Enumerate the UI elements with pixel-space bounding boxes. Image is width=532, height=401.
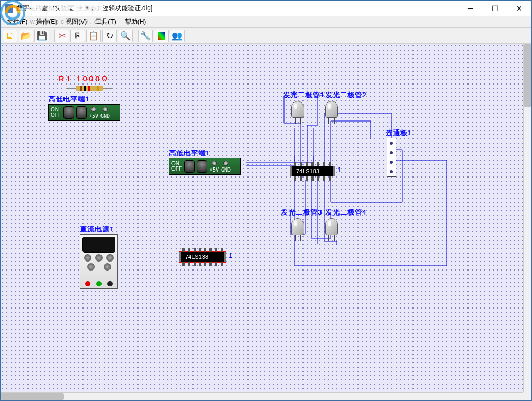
menu-view[interactable]: 视图(V) [61,16,91,27]
new-button[interactable]: 🗎 [3,30,17,42]
level1-toggle2[interactable] [76,106,87,119]
level1-toggle[interactable] [63,106,74,119]
chip1-label: 74LS183 [296,168,319,174]
level2-pin-gnd[interactable] [223,161,228,166]
led2-label: 发光二极管2 [325,90,366,100]
level2-label: 高低电平端1 [169,148,241,158]
paste-icon: 📋 [88,31,99,41]
cut-button[interactable]: ✂ [54,30,69,42]
psu-knob[interactable] [104,263,111,271]
level1-pin-5v[interactable] [91,107,96,112]
level-terminal-1[interactable]: 高低电平端1 ONOFF +5V GND [48,95,120,121]
chip2-index: 1 [228,252,232,259]
connector-pin[interactable] [390,151,393,154]
window-title: 数字电路虚拟实验室 [全加器的逻辑功能验证.dig] [16,4,458,13]
connector-board-1[interactable]: 连通板1 [387,128,412,177]
palette-icon [158,32,165,40]
led-2-label-wrap: 发光二极管2 [325,90,366,100]
led-bulb-icon [325,101,338,118]
find-button[interactable]: 🔍 [118,30,133,42]
vertical-scrollbar[interactable] [523,44,531,392]
copy-button[interactable]: ⎘ [70,30,85,42]
save-button[interactable]: 💾 [34,30,49,42]
level1-pin-gnd[interactable] [103,107,108,112]
app-window: 数字电路虚拟实验室 [全加器的逻辑功能验证.dig] ─ ☐ ✕ 河东软件园 w… [0,0,532,401]
psu-terminal-gnd[interactable] [96,281,102,286]
chip1-index: 1 [337,166,341,174]
app-icon [5,4,13,13]
led-4-label-wrap: 发光二极管4 [325,208,366,217]
connector-body[interactable] [387,138,396,177]
led-bulb-icon [291,101,304,118]
led-4-body[interactable] [324,218,339,241]
find-icon: 🔍 [120,31,131,41]
led-bulb-icon [325,218,338,235]
psu-knob[interactable] [106,254,114,262]
chip2-label: 74LS138 [185,254,208,260]
led-2-body[interactable] [324,101,339,124]
dc-power-supply-1[interactable]: 直流电源1 [80,225,118,289]
psu-terminal-pos[interactable] [85,281,90,286]
level1-label: 高低电平端1 [48,95,120,104]
led-3-label-wrap: 发光二极管3 [281,208,322,217]
hscroll-thumb[interactable] [1,393,64,400]
resistor-body [76,86,103,91]
paste-button[interactable]: 📋 [86,30,101,42]
chip-74ls183[interactable]: 74LS183 1 [290,166,335,176]
resistor-label: R1 1000Ω [59,74,109,83]
open-button[interactable]: 📂 [19,30,33,42]
level1-box[interactable]: ONOFF +5V GND [48,104,120,121]
led1-label: 发光二极管1 [283,90,324,100]
psu-screen [82,237,115,253]
menu-help[interactable]: 帮助(H) [121,16,151,27]
maximize-button[interactable]: ☐ [483,1,507,16]
toolbar: 🗎 📂 💾 ✂ ⎘ 📋 ↻ 🔍 🔧 👥 [1,28,531,44]
led-1[interactable]: 发光二极管1 [281,90,324,100]
resistor-r1[interactable]: R1 1000Ω [59,74,109,92]
horizontal-scrollbar[interactable] [1,392,523,400]
menu-file[interactable]: 文件(F) [3,16,32,27]
palette-button[interactable] [154,30,169,42]
settings-icon: 🔧 [140,31,151,41]
psu-knob[interactable] [87,263,95,271]
open-folder-icon: 📂 [21,31,31,41]
copy-icon: ⎘ [75,31,80,41]
level2-box[interactable]: ONOFF +5V GND [169,158,241,175]
level2-toggle2[interactable] [197,160,207,173]
new-doc-icon: 🗎 [6,31,14,41]
psu-body[interactable] [80,234,118,289]
level-terminal-2[interactable]: 高低电平端1 ONOFF +5V GND [169,148,241,175]
led3-label: 发光二极管3 [281,208,322,217]
led4-label: 发光二极管4 [325,208,366,217]
scroll-corner [523,392,531,400]
close-button[interactable]: ✕ [507,1,531,16]
level2-pin-5v[interactable] [212,161,217,166]
menu-tools[interactable]: 工具(T) [91,16,120,27]
minimize-button[interactable]: ─ [458,1,483,16]
psu-label: 直流电源1 [80,225,118,234]
connector-pin[interactable] [390,161,393,164]
led-bulb-icon [291,218,304,235]
connector-pin[interactable] [390,170,393,173]
connector-label: 连通板1 [386,128,412,138]
vscroll-thumb[interactable] [524,44,531,107]
psu-knob[interactable] [84,254,91,262]
rotate-button[interactable]: ↻ [102,30,117,42]
led-3-body[interactable] [290,218,305,241]
psu-terminal-neg[interactable] [107,281,113,286]
titlebar: 数字电路虚拟实验室 [全加器的逻辑功能验证.dig] ─ ☐ ✕ [1,1,531,16]
chip-74ls138[interactable]: 74LS138 1 [179,252,226,262]
circuit-canvas[interactable]: R1 1000Ω 高低电平端1 ONOFF +5V GND [1,44,523,392]
users-icon: 👥 [172,31,182,41]
window-controls: ─ ☐ ✕ [458,1,531,16]
rotate-icon: ↻ [106,31,113,41]
canvas-container: R1 1000Ω 高低电平端1 ONOFF +5V GND [1,44,531,400]
led-1-body[interactable] [290,101,305,124]
level2-toggle[interactable] [184,160,195,173]
users-button[interactable]: 👥 [170,30,185,42]
connector-pin[interactable] [390,142,393,145]
settings-button[interactable]: 🔧 [138,30,153,42]
menu-edit[interactable]: 操作(E) [32,16,61,27]
save-icon: 💾 [36,31,47,41]
psu-knob[interactable] [95,254,103,262]
